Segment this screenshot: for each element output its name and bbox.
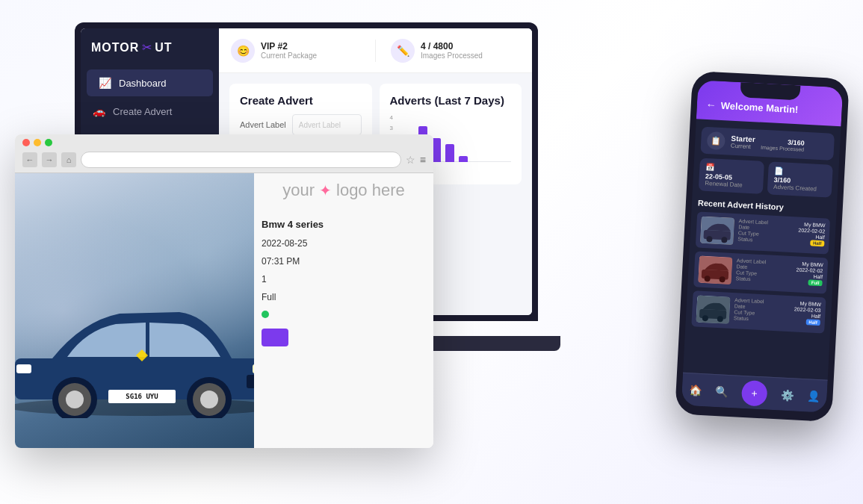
- nav-search-icon[interactable]: 🔍: [715, 385, 729, 397]
- create-advert-title: Create Advert: [240, 94, 362, 107]
- nav-profile-icon[interactable]: 👤: [807, 390, 820, 402]
- images-card: ✏️ 4 / 4800 Images Processed: [391, 39, 520, 63]
- advert-label-placeholder: Advert Label: [299, 121, 341, 129]
- package-stat: 📋 Starter Current 3/160 Images Processed: [700, 127, 835, 161]
- phone-stats-grid: 📅 22-05-05 Renewal Date 📄 3/160 Adverts …: [699, 158, 833, 197]
- back-button[interactable]: ←: [22, 152, 37, 167]
- your-logo-text: your ✦ logo here: [262, 181, 426, 200]
- images-title: 4 / 4800: [421, 41, 483, 52]
- renewal-icon: 📅: [705, 163, 758, 174]
- phone-back-icon[interactable]: ←: [705, 99, 717, 111]
- browser-right-content: your ✦ logo here Bmw 4 series 2022-08-25…: [262, 181, 426, 349]
- car-details: Bmw 4 series 2022-08-25 07:31 PM 1 Full: [262, 215, 426, 324]
- advert-label-text: Advert Label: [240, 120, 286, 129]
- logo-scissors-icon: ✂: [142, 40, 152, 55]
- action-button[interactable]: [262, 329, 288, 346]
- package-icon: 😊: [231, 39, 255, 63]
- browser-body: SG16 UYU your ✦ logo here Bmw 4 series 2…: [15, 173, 433, 448]
- adverts-icon: 📄: [774, 167, 826, 178]
- svg-point-7: [200, 391, 218, 408]
- browser-chrome: ← → ⌂ ☆ ≡: [15, 134, 433, 173]
- package-subtitle: Current Package: [261, 52, 317, 60]
- nav-settings-icon[interactable]: ⚙️: [781, 388, 794, 401]
- laptop-topbar: 😊 VIP #2 Current Package ✏️ 4 / 4800 Ima…: [219, 28, 532, 73]
- svg-rect-10: [247, 375, 254, 388]
- minimize-dot[interactable]: [34, 139, 41, 146]
- phone-content: 📋 Starter Current 3/160 Images Processed…: [684, 119, 841, 345]
- sidebar-item-create-advert[interactable]: 🚗 Create Advert: [81, 98, 219, 125]
- logo-suffix: logo here: [336, 181, 405, 200]
- browser-bar: ← → ⌂ ☆ ≡: [22, 150, 426, 169]
- car-container: SG16 UYU: [15, 173, 254, 448]
- logo-area: MOTOR ✂ UT: [81, 28, 219, 63]
- close-dot[interactable]: [22, 139, 30, 146]
- bookmark-icon[interactable]: ☆: [406, 154, 415, 166]
- svg-point-4: [66, 391, 84, 408]
- phone-device: ← Welcome Martin! 📋 Starter Current 3/16…: [675, 71, 850, 422]
- advert-thumb-1: [700, 217, 734, 245]
- maximize-dot[interactable]: [45, 139, 52, 146]
- package-stat-info: Starter Current: [731, 134, 755, 151]
- images-info: 4 / 4800 Images Processed: [421, 41, 483, 60]
- bar-4: [445, 144, 454, 162]
- status-badge-1: Half: [810, 240, 825, 246]
- status-badge-3: Half: [805, 319, 820, 326]
- status-active-dot: [262, 311, 269, 318]
- dealer-logo-area: your ✦ logo here: [262, 181, 426, 200]
- package-info: VIP #2 Current Package: [261, 41, 317, 60]
- advert-info-3: Advert Label My BMW Date 2022-02-03 Cut …: [733, 297, 821, 329]
- advert-info-2: Advert Label My BMW Date 2022-02-02 Cut …: [735, 258, 823, 289]
- images-icon: ✏️: [391, 39, 415, 63]
- sidebar-label-dashboard: Dashboard: [119, 78, 167, 89]
- car-svg: SG16 UYU: [15, 269, 254, 418]
- phone-notch: [740, 82, 800, 100]
- logo-star-icon: ✦: [319, 181, 332, 199]
- adverts-chart-title: Adverts (Last 7 Days): [390, 94, 512, 107]
- svg-text:SG16 UYU: SG16 UYU: [126, 393, 158, 400]
- url-bar[interactable]: [81, 152, 401, 168]
- car-icon: 🚗: [93, 105, 105, 117]
- car-type: Full: [262, 288, 426, 306]
- home-button[interactable]: ⌂: [61, 152, 76, 167]
- menu-icon[interactable]: ≡: [420, 154, 426, 166]
- car-time: 07:31 PM: [262, 252, 426, 270]
- package-stat-icon: 📋: [707, 131, 726, 150]
- renewal-card: 📅 22-05-05 Renewal Date: [699, 158, 764, 193]
- car-status-row: [262, 306, 426, 324]
- images-subtitle: Images Processed: [421, 52, 483, 60]
- logo-accent: UT: [155, 41, 172, 55]
- advert-info-1: Advert Label My BMW Date 2022-02-02 Cut …: [737, 218, 826, 249]
- status-badge-2: Full: [808, 279, 823, 286]
- phone-bottom-nav: 🏠 🔍 + ⚙️ 👤: [681, 373, 828, 413]
- package-title: VIP #2: [261, 41, 317, 52]
- forward-button[interactable]: →: [42, 152, 57, 167]
- advert-label-input[interactable]: Advert Label: [292, 114, 362, 135]
- advert-thumb-2: [698, 256, 732, 284]
- logo-text: MOTOR: [91, 41, 139, 55]
- sidebar-label-create: Create Advert: [113, 106, 173, 117]
- dashboard-icon: 📈: [99, 77, 111, 89]
- sidebar-item-dashboard[interactable]: 📈 Dashboard: [87, 69, 213, 96]
- stats-grid-mini: 3/160 Images Processed: [761, 137, 805, 152]
- nav-add-icon[interactable]: +: [741, 379, 768, 406]
- advert-label-row: Advert Label Advert Label: [240, 114, 362, 135]
- bar-5: [459, 156, 468, 162]
- browser-window: ← → ⌂ ☆ ≡: [15, 134, 433, 448]
- phone-welcome-title: Welcome Martin!: [720, 99, 833, 116]
- recent-history-title: Recent Advert History: [698, 198, 831, 214]
- package-sub: Current: [731, 143, 755, 151]
- sidebar-nav: 📈 Dashboard 🚗 Create Advert: [81, 69, 219, 125]
- nav-home-icon[interactable]: 🏠: [689, 384, 702, 396]
- advert-item-3[interactable]: Advert Label My BMW Date 2022-02-03 Cut …: [691, 290, 826, 333]
- divider: [375, 40, 376, 62]
- browser-dots: [22, 139, 426, 146]
- phone-screen: ← Welcome Martin! 📋 Starter Current 3/16…: [681, 80, 844, 413]
- car-count: 1: [262, 270, 426, 288]
- car-date: 2022-08-25: [262, 234, 426, 252]
- advert-thumb-3: [696, 296, 731, 324]
- advert-item-1[interactable]: Advert Label My BMW Date 2022-02-02 Cut …: [696, 211, 830, 254]
- logo-prefix: your: [282, 181, 315, 200]
- advert-item-2[interactable]: Advert Label My BMW Date 2022-02-02 Cut …: [693, 251, 828, 293]
- adverts-card: 📄 3/160 Adverts Created: [767, 161, 833, 197]
- package-card: 😊 VIP #2 Current Package: [231, 39, 360, 63]
